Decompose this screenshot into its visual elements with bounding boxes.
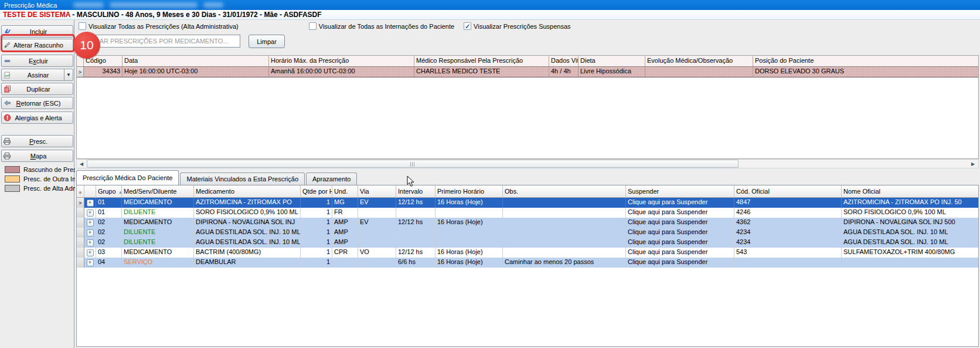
- tab-materiais-vinculados[interactable]: Materiais Vinculados a Esta Prescrição: [180, 173, 305, 185]
- header-und[interactable]: Und.: [332, 185, 358, 198]
- assinar-dropdown[interactable]: ▼: [64, 69, 73, 80]
- horizontal-scrollbar[interactable]: ◀ ▶: [76, 159, 979, 168]
- cell-via: EV: [358, 198, 396, 208]
- medication-filter-input[interactable]: [79, 35, 240, 48]
- scroll-right-arrow[interactable]: ▶: [968, 160, 978, 168]
- checkbox-prescricoes-suspensas[interactable]: ✓ Visualizar Prescrições Suspensas: [464, 22, 570, 30]
- alert-icon: [2, 114, 12, 121]
- duplicar-button[interactable]: Duplicar: [1, 83, 73, 95]
- cell-medico: CHARLLES MEDICO TESTE: [414, 67, 549, 77]
- header-dados-vitais[interactable]: Dados Vitais: [549, 56, 579, 67]
- cell-via: EV: [358, 218, 396, 228]
- back-arrow-icon: [2, 99, 12, 107]
- expand-button[interactable]: +: [87, 249, 94, 256]
- assinar-button[interactable]: Assinar ▼: [1, 69, 73, 81]
- cell-via: VO: [358, 248, 396, 258]
- alterar-rascunho-button[interactable]: Alterar Rascunho: [1, 39, 73, 51]
- scroll-left-arrow[interactable]: ◀: [77, 160, 86, 168]
- item-row[interactable]: + 02 DILUENTE AGUA DESTILADA SOL. INJ. 1…: [77, 238, 978, 248]
- checkbox-todas-prescricoes[interactable]: Visualizar Todas as Prescrições (Alta Ad…: [79, 22, 239, 30]
- header-med-serv-diluente[interactable]: Med/Serv/Diluente: [122, 185, 194, 198]
- cell-medicamento: DIPIRONA - NOVALGINA SOL INJ: [194, 218, 301, 228]
- cell-obs: Caminhar ao menos 20 passos: [503, 258, 626, 268]
- assinar-label: Assinar: [12, 72, 64, 79]
- alergias-button[interactable]: Alergias e Alerta: [1, 112, 73, 124]
- item-row[interactable]: + 01 DILUENTE SORO FISIOLOGICO 0,9% 100 …: [77, 208, 978, 218]
- expand-button[interactable]: +: [87, 229, 94, 236]
- header-horario-max[interactable]: Horário Máx. da Prescrição: [269, 56, 414, 67]
- header-cod-oficial[interactable]: Cód. Oficial: [734, 185, 842, 198]
- suspend-link[interactable]: Clique aqui para Suspender: [626, 208, 734, 218]
- filter-checkboxes: Visualizar Todas as Prescrições (Alta Ad…: [79, 22, 571, 30]
- scrollbar-thumb[interactable]: [87, 160, 739, 168]
- suspend-link[interactable]: Clique aqui para Suspender: [626, 258, 734, 268]
- header-medico[interactable]: Médico Responsável Pela Prescrição: [414, 56, 549, 67]
- item-row[interactable]: + 04 SERVIÇO DEAMBULAR 1 6/6 hs 16 Horas…: [77, 258, 978, 268]
- mapa-button[interactable]: Mapa: [1, 150, 73, 162]
- cell-cod-oficial: 4234: [734, 228, 842, 238]
- header-grupo[interactable]: Grupo▲: [96, 185, 122, 198]
- header-data[interactable]: Data: [122, 56, 269, 67]
- suspend-link[interactable]: Clique aqui para Suspender: [626, 218, 734, 228]
- cell-nome-oficial: AZITROMICINA - ZITROMAX PO INJ. 50: [842, 198, 978, 208]
- header-intervalo[interactable]: Intervalo: [396, 185, 435, 198]
- presc-label: Presc.: [12, 138, 73, 145]
- legend-swatch-rascunho: [5, 166, 20, 173]
- cell-cod-oficial: 4847: [734, 198, 842, 208]
- suspend-link[interactable]: Clique aqui para Suspender: [626, 198, 734, 208]
- cell-intervalo: 6/6 hs: [396, 258, 435, 268]
- cell-primeiro-horario: 16 Horas (Hoje): [435, 258, 503, 268]
- title-bar: Prescrição Médica: [0, 0, 980, 10]
- checkbox-checked-icon[interactable]: ✓: [464, 22, 471, 30]
- header-via[interactable]: Via: [358, 185, 396, 198]
- minus-icon: [2, 57, 12, 65]
- presc-button[interactable]: Presc.: [1, 135, 73, 147]
- checkbox-todas-internacoes[interactable]: Visualizar de Todas as Internações do Pa…: [309, 22, 454, 30]
- cell-primeiro-horario: 16 Horas (Hoje): [435, 248, 503, 258]
- add-icon: [2, 28, 12, 35]
- tab-prescricao-medica[interactable]: Prescrição Médica Do Paciente: [76, 170, 179, 185]
- retornar-button[interactable]: Retornar (ESC): [1, 97, 73, 109]
- suspend-link[interactable]: Clique aqui para Suspender: [626, 248, 734, 258]
- header-qtde[interactable]: Qtde por Ho: [301, 185, 332, 198]
- item-row[interactable]: + 02 DILUENTE AGUA DESTILADA SOL. INJ. 1…: [77, 228, 978, 238]
- item-row[interactable]: + 02 MEDICAMENTO DIPIRONA - NOVALGINA SO…: [77, 218, 978, 228]
- suspend-link[interactable]: Clique aqui para Suspender: [626, 238, 734, 248]
- duplicar-label: Duplicar: [12, 86, 73, 93]
- header-asterisk-icon[interactable]: ∗: [77, 185, 84, 198]
- cell-grupo: 01: [96, 198, 122, 208]
- header-primeiro-horario[interactable]: Primeiro Horário: [435, 185, 503, 198]
- header-evolucao[interactable]: Evolução Médica/Observação: [645, 56, 753, 67]
- item-row[interactable]: + 03 MEDICAMENTO BACTRIM (400/80MG) 1 CP…: [77, 248, 978, 258]
- checkbox-icon[interactable]: [309, 22, 317, 30]
- item-row[interactable]: > + 01 MEDICAMENTO AZITROMICINA - ZITROM…: [77, 198, 978, 208]
- header-posicao[interactable]: Posição do Paciente: [753, 56, 978, 67]
- cell-primeiro-horario: [435, 208, 503, 218]
- excluir-button[interactable]: Excluir: [1, 55, 73, 67]
- header-nome-oficial[interactable]: Nome Oficial: [842, 185, 978, 198]
- prescription-row[interactable]: > 34343 Hoje 16:00:00 UTC-03:00 Amanhã 1…: [77, 67, 978, 77]
- legend-label: Presc. de Alta Adm.: [23, 185, 80, 192]
- cell-und: [332, 258, 358, 268]
- expand-button[interactable]: +: [87, 239, 94, 246]
- header-medicamento[interactable]: Medicamento: [194, 185, 301, 198]
- search-row: Limpar: [79, 35, 285, 48]
- cell-obs: [503, 228, 626, 238]
- suspend-link[interactable]: Clique aqui para Suspender: [626, 228, 734, 238]
- cell-und: AMP: [332, 238, 358, 248]
- incluir-button[interactable]: Incluir: [1, 25, 73, 38]
- expand-button[interactable]: +: [87, 210, 94, 217]
- header-dieta[interactable]: Dieta: [579, 56, 645, 67]
- header-obs[interactable]: Obs.: [503, 185, 626, 198]
- cell-evolucao: [645, 67, 753, 77]
- expand-button[interactable]: +: [87, 200, 94, 207]
- header-suspender[interactable]: Suspender: [626, 185, 734, 198]
- cell-obs: [503, 198, 626, 208]
- expand-button[interactable]: +: [87, 219, 94, 227]
- expand-button[interactable]: +: [87, 259, 94, 266]
- limpar-button[interactable]: Limpar: [249, 35, 285, 48]
- sidebar: Incluir Alterar Rascunho Excluir Assinar…: [0, 20, 74, 348]
- checkbox-icon[interactable]: [79, 22, 86, 30]
- tab-aprazamento[interactable]: Aprazamento: [306, 173, 357, 185]
- cell-grupo: 01: [96, 208, 122, 218]
